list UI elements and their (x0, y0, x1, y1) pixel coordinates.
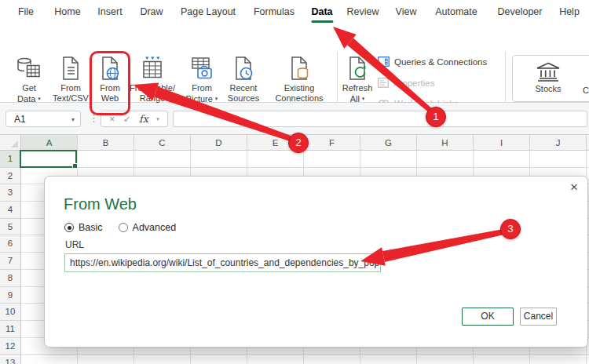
refresh-icon (332, 53, 382, 81)
cell-E13[interactable] (247, 355, 304, 364)
tab-home[interactable]: Home (54, 6, 80, 17)
dialog-title: From Web (64, 195, 137, 213)
formula-input[interactable] (173, 111, 587, 127)
row-header-6[interactable]: 6 (0, 235, 21, 253)
url-label: URL (65, 239, 84, 250)
row-header-11[interactable]: 11 (0, 321, 21, 338)
cell-F1[interactable] (304, 151, 360, 168)
step-badge-1: 1 (426, 107, 446, 127)
row-header-2[interactable]: 2 (0, 168, 21, 185)
cell-H13[interactable] (417, 355, 474, 364)
cell-F13[interactable] (304, 355, 360, 364)
cell-A13[interactable] (21, 355, 78, 364)
stocks-button[interactable]: Stocks (524, 59, 573, 93)
tab-data[interactable]: Data (311, 6, 332, 17)
column-header-h[interactable]: H (417, 135, 474, 151)
cell-H1[interactable] (417, 151, 474, 168)
column-header-j[interactable]: J (530, 135, 587, 151)
data-types-gallery: Stocks Currencies (512, 55, 589, 102)
tab-draw[interactable]: Draw (140, 6, 163, 17)
chevron-down-icon[interactable]: ▾ (156, 116, 159, 122)
cell-G13[interactable] (360, 355, 417, 364)
column-header-f[interactable]: F (304, 135, 360, 151)
column-header-d[interactable]: D (191, 135, 247, 151)
select-all-corner[interactable] (0, 135, 21, 151)
radio-selected-icon (64, 223, 74, 232)
column-header-g[interactable]: G (360, 135, 417, 151)
tab-automate[interactable]: Automate (435, 6, 477, 17)
radio-unselected-icon (119, 223, 128, 232)
step-badge-2: 2 (288, 133, 309, 153)
connections-file-icon (274, 53, 324, 81)
row-header-13[interactable]: 13 (0, 355, 21, 364)
tab-insert[interactable]: Insert (97, 6, 122, 17)
queries-pane-icon (378, 56, 390, 67)
cell-I13[interactable] (474, 355, 530, 364)
insert-function-icon[interactable]: fx (139, 113, 148, 125)
cancel-button[interactable]: Cancel (520, 308, 557, 326)
column-header-a[interactable]: A (21, 135, 78, 151)
cell-B13[interactable] (78, 355, 134, 364)
refresh-all-button[interactable]: Refresh All▾ (332, 53, 382, 104)
ribbon: Get Data▾ From Text/CSV (0, 24, 589, 103)
row-header-12[interactable]: 12 (0, 338, 21, 355)
row-header-9[interactable]: 9 (0, 287, 21, 304)
queries-connections-button[interactable]: Queries & Connections (378, 56, 487, 67)
cell-D13[interactable] (191, 355, 247, 364)
radio-basic[interactable]: Basic (64, 222, 103, 233)
recent-sources-button[interactable]: Recent Sources (218, 53, 269, 104)
formula-bar: A1 ▾ ⋮ × ✓ fx ▾ (0, 103, 589, 135)
cell-C13[interactable] (134, 355, 191, 364)
currencies-button[interactable]: Currencies (583, 86, 589, 95)
grid-row-1: 1 (0, 151, 589, 168)
cell-B1[interactable] (78, 151, 134, 168)
step-badge-3: 3 (500, 219, 521, 239)
cell-G1[interactable] (360, 151, 417, 168)
ribbon-tabs: FileHomeInsertDrawPage LayoutFormulasDat… (0, 0, 589, 24)
close-icon[interactable]: × (570, 180, 578, 195)
properties-button: Properties (378, 78, 434, 88)
tab-developer[interactable]: Developer (498, 6, 543, 17)
column-header-b[interactable]: B (78, 135, 134, 151)
column-header-c[interactable]: C (134, 135, 191, 151)
clock-file-icon (218, 53, 269, 81)
mode-radio-group: Basic Advanced (64, 222, 176, 233)
tab-file[interactable]: File (18, 6, 34, 17)
tab-formulas[interactable]: Formulas (254, 6, 294, 17)
properties-icon (378, 78, 389, 88)
from-table-range-button[interactable]: From Table/ Range (127, 53, 177, 104)
row-header-8[interactable]: 8 (0, 270, 21, 287)
cell-I1[interactable] (474, 151, 530, 168)
tab-page-layout[interactable]: Page Layout (181, 6, 236, 17)
tab-help[interactable]: Help (559, 6, 580, 17)
chevron-down-icon[interactable]: ▾ (71, 111, 75, 128)
name-box[interactable]: A1 ▾ (5, 111, 81, 127)
refresh-all-label: Refresh All▾ (332, 83, 382, 104)
cell-C1[interactable] (134, 151, 191, 168)
grid-row-13: 13 (0, 355, 589, 364)
row-header-1[interactable]: 1 (0, 151, 21, 168)
cell-J13[interactable] (530, 355, 587, 364)
chevron-down-icon: ▾ (215, 96, 218, 101)
row-header-10[interactable]: 10 (0, 304, 21, 321)
ok-button[interactable]: OK (462, 308, 514, 326)
cell-E1[interactable] (247, 151, 304, 168)
tab-view[interactable]: View (396, 6, 417, 17)
row-header-4[interactable]: 4 (0, 202, 21, 219)
row-header-3[interactable]: 3 (0, 184, 21, 202)
radio-basic-label: Basic (79, 222, 103, 233)
cell-J1[interactable] (530, 151, 587, 168)
row-header-5[interactable]: 5 (0, 219, 21, 236)
tab-review[interactable]: Review (347, 6, 379, 17)
url-input[interactable]: https://en.wikipedia.org/wiki/List_of_co… (64, 253, 381, 272)
cell-D1[interactable] (191, 151, 247, 168)
excel-window: FileHomeInsertDrawPage LayoutFormulasDat… (0, 0, 589, 364)
existing-connections-button[interactable]: Existing Connections (274, 53, 324, 104)
existing-connections-label: Existing Connections (274, 83, 324, 104)
radio-advanced[interactable]: Advanced (119, 222, 177, 233)
column-header-i[interactable]: I (474, 135, 530, 151)
chevron-down-icon: ▾ (362, 96, 365, 101)
row-header-7[interactable]: 7 (0, 253, 21, 270)
cell-A1[interactable] (21, 151, 78, 168)
from-web-highlight-box (90, 51, 130, 115)
